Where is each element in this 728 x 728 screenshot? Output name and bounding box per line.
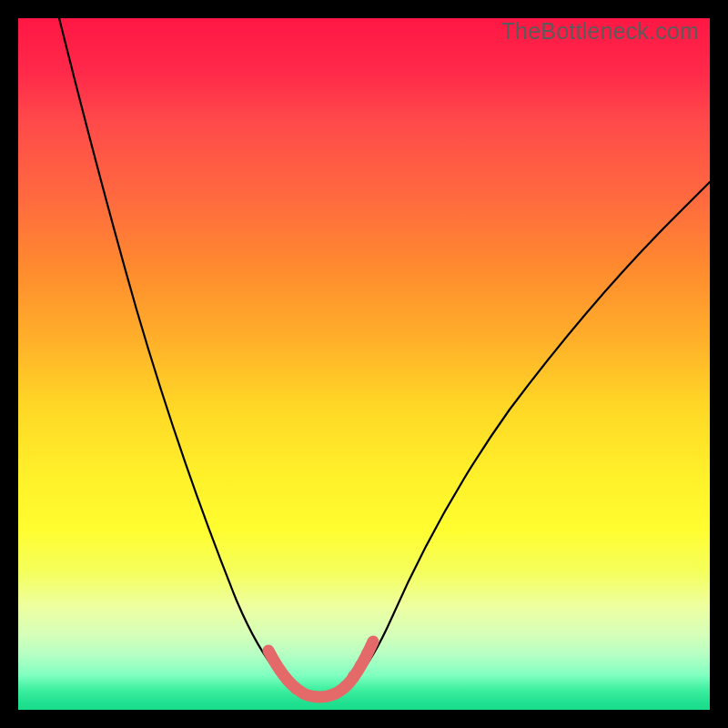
- svg-point-9: [339, 681, 350, 692]
- svg-point-3: [282, 675, 293, 686]
- svg-point-0: [263, 645, 274, 656]
- svg-point-6: [309, 692, 320, 703]
- bottleneck-curve-svg: [18, 18, 710, 710]
- svg-point-7: [320, 692, 331, 703]
- svg-point-12: [361, 648, 372, 659]
- svg-point-4: [290, 683, 301, 694]
- svg-point-5: [299, 689, 310, 700]
- bottleneck-curve-path: [59, 18, 710, 696]
- svg-point-8: [330, 688, 341, 699]
- svg-point-1: [268, 655, 279, 666]
- svg-point-11: [355, 660, 366, 671]
- svg-point-10: [348, 671, 359, 682]
- svg-point-13: [368, 636, 379, 647]
- chart-frame: TheBottleneck.com: [18, 18, 710, 710]
- watermark-text: TheBottleneck.com: [501, 18, 699, 45]
- svg-point-2: [275, 665, 286, 676]
